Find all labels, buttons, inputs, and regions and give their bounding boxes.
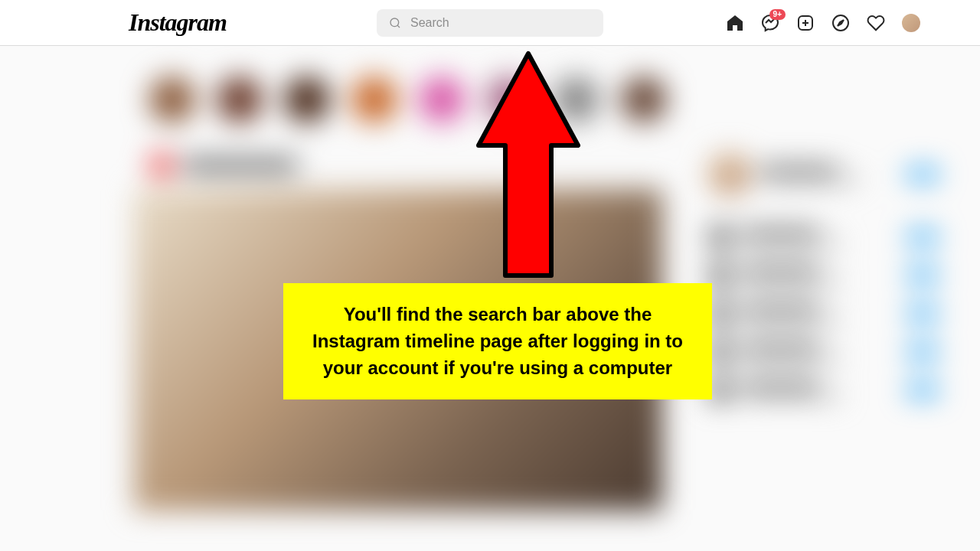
suggestions-sidebar: [708, 153, 938, 510]
search-icon: [389, 17, 401, 29]
follow-button[interactable]: [907, 385, 938, 396]
follow-button[interactable]: [907, 270, 938, 281]
annotation-callout: You'll find the search bar above the Ins…: [283, 283, 712, 399]
notification-badge: 9+: [769, 9, 786, 20]
story-item[interactable]: [419, 77, 465, 122]
arrow-annotation: [471, 46, 586, 286]
svg-line-1: [397, 25, 400, 28]
story-item[interactable]: [351, 77, 397, 122]
story-item[interactable]: [149, 77, 195, 122]
home-icon[interactable]: [726, 14, 744, 32]
nav-icons: 9+: [726, 14, 920, 32]
explore-icon[interactable]: [831, 14, 850, 32]
switch-button[interactable]: [907, 169, 938, 180]
svg-marker-6: [838, 20, 844, 26]
activity-icon[interactable]: [867, 14, 885, 32]
follow-button[interactable]: [907, 347, 938, 357]
story-item[interactable]: [621, 77, 667, 122]
search-placeholder: Search: [410, 16, 449, 30]
story-item[interactable]: [284, 77, 330, 122]
follow-button[interactable]: [907, 308, 938, 319]
profile-avatar[interactable]: [902, 14, 920, 32]
current-user-avatar[interactable]: [708, 153, 751, 196]
story-item[interactable]: [217, 77, 263, 122]
post-author[interactable]: [183, 160, 298, 171]
svg-point-0: [390, 18, 399, 27]
messenger-icon[interactable]: 9+: [761, 14, 779, 32]
instagram-logo[interactable]: Instagram: [129, 8, 227, 37]
follow-button[interactable]: [907, 232, 938, 243]
search-input[interactable]: Search: [377, 9, 603, 37]
top-nav: Instagram Search 9+: [0, 0, 980, 46]
new-post-icon[interactable]: [796, 14, 815, 32]
post-avatar[interactable]: [149, 153, 174, 178]
